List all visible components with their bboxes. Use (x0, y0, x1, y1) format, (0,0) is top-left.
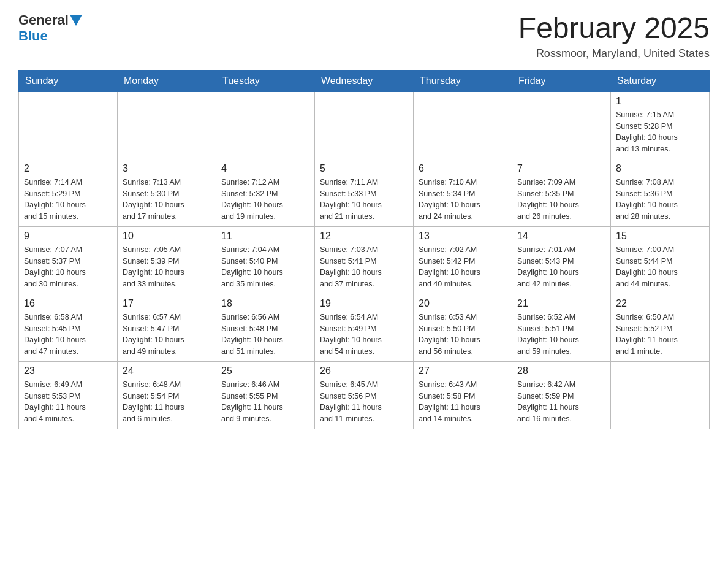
calendar-cell: 25Sunrise: 6:46 AM Sunset: 5:55 PM Dayli… (216, 361, 315, 429)
day-info: Sunrise: 7:07 AM Sunset: 5:37 PM Dayligh… (24, 244, 112, 290)
day-number: 11 (221, 231, 309, 242)
day-info: Sunrise: 7:08 AM Sunset: 5:36 PM Dayligh… (616, 177, 704, 223)
day-number: 28 (517, 366, 605, 377)
day-number: 16 (24, 298, 112, 309)
calendar-cell: 14Sunrise: 7:01 AM Sunset: 5:43 PM Dayli… (512, 226, 611, 294)
day-info: Sunrise: 7:14 AM Sunset: 5:29 PM Dayligh… (24, 177, 112, 223)
calendar-cell: 23Sunrise: 6:49 AM Sunset: 5:53 PM Dayli… (19, 361, 118, 429)
calendar-cell (216, 91, 315, 159)
day-number: 21 (517, 298, 605, 309)
day-of-week-sunday: Sunday (19, 70, 118, 91)
calendar-cell: 18Sunrise: 6:56 AM Sunset: 5:48 PM Dayli… (216, 294, 315, 361)
calendar-cell: 6Sunrise: 7:10 AM Sunset: 5:34 PM Daylig… (414, 159, 512, 226)
month-title: February 2025 (518, 12, 710, 45)
day-number: 5 (320, 163, 408, 174)
calendar-cell (414, 91, 512, 159)
day-info: Sunrise: 7:02 AM Sunset: 5:42 PM Dayligh… (419, 244, 507, 290)
calendar-cell (118, 91, 216, 159)
calendar-cell: 24Sunrise: 6:48 AM Sunset: 5:54 PM Dayli… (118, 361, 216, 429)
page-header: General Blue February 2025 Rossmoor, Mar… (18, 12, 710, 60)
day-number: 19 (320, 298, 408, 309)
day-info: Sunrise: 6:54 AM Sunset: 5:49 PM Dayligh… (320, 312, 408, 358)
day-info: Sunrise: 7:12 AM Sunset: 5:32 PM Dayligh… (221, 177, 309, 223)
day-info: Sunrise: 7:05 AM Sunset: 5:39 PM Dayligh… (123, 244, 211, 290)
day-info: Sunrise: 7:00 AM Sunset: 5:44 PM Dayligh… (616, 244, 704, 290)
calendar-cell: 20Sunrise: 6:53 AM Sunset: 5:50 PM Dayli… (414, 294, 512, 361)
calendar-cell: 22Sunrise: 6:50 AM Sunset: 5:52 PM Dayli… (611, 294, 710, 361)
day-number: 4 (221, 163, 309, 174)
calendar-cell: 17Sunrise: 6:57 AM Sunset: 5:47 PM Dayli… (118, 294, 216, 361)
day-info: Sunrise: 7:15 AM Sunset: 5:28 PM Dayligh… (616, 109, 704, 155)
day-number: 1 (616, 96, 704, 107)
calendar-cell (611, 361, 710, 429)
day-number: 6 (419, 163, 507, 174)
day-number: 7 (517, 163, 605, 174)
day-info: Sunrise: 7:03 AM Sunset: 5:41 PM Dayligh… (320, 244, 408, 290)
day-info: Sunrise: 7:13 AM Sunset: 5:30 PM Dayligh… (123, 177, 211, 223)
calendar-cell: 2Sunrise: 7:14 AM Sunset: 5:29 PM Daylig… (19, 159, 118, 226)
day-number: 13 (419, 231, 507, 242)
calendar-cell (512, 91, 611, 159)
day-info: Sunrise: 6:48 AM Sunset: 5:54 PM Dayligh… (123, 379, 211, 425)
day-number: 9 (24, 231, 112, 242)
day-info: Sunrise: 7:01 AM Sunset: 5:43 PM Dayligh… (517, 244, 605, 290)
day-info: Sunrise: 6:46 AM Sunset: 5:55 PM Dayligh… (221, 379, 309, 425)
logo: General Blue (18, 12, 83, 44)
day-info: Sunrise: 6:42 AM Sunset: 5:59 PM Dayligh… (517, 379, 605, 425)
calendar-cell: 7Sunrise: 7:09 AM Sunset: 5:35 PM Daylig… (512, 159, 611, 226)
calendar-cell: 12Sunrise: 7:03 AM Sunset: 5:41 PM Dayli… (315, 226, 414, 294)
calendar-cell: 5Sunrise: 7:11 AM Sunset: 5:33 PM Daylig… (315, 159, 414, 226)
day-info: Sunrise: 6:58 AM Sunset: 5:45 PM Dayligh… (24, 312, 112, 358)
day-of-week-thursday: Thursday (414, 70, 512, 91)
day-info: Sunrise: 6:52 AM Sunset: 5:51 PM Dayligh… (517, 312, 605, 358)
day-number: 10 (123, 231, 211, 242)
calendar-cell: 28Sunrise: 6:42 AM Sunset: 5:59 PM Dayli… (512, 361, 611, 429)
week-row-1: 1Sunrise: 7:15 AM Sunset: 5:28 PM Daylig… (19, 91, 710, 159)
day-info: Sunrise: 7:10 AM Sunset: 5:34 PM Dayligh… (419, 177, 507, 223)
calendar-table: SundayMondayTuesdayWednesdayThursdayFrid… (18, 70, 710, 429)
week-row-3: 9Sunrise: 7:07 AM Sunset: 5:37 PM Daylig… (19, 226, 710, 294)
calendar-cell: 10Sunrise: 7:05 AM Sunset: 5:39 PM Dayli… (118, 226, 216, 294)
day-of-week-saturday: Saturday (611, 70, 710, 91)
day-number: 27 (419, 366, 507, 377)
title-area: February 2025 Rossmoor, Maryland, United… (518, 12, 710, 60)
calendar-header-row: SundayMondayTuesdayWednesdayThursdayFrid… (19, 70, 710, 91)
day-number: 14 (517, 231, 605, 242)
day-number: 24 (123, 366, 211, 377)
week-row-2: 2Sunrise: 7:14 AM Sunset: 5:29 PM Daylig… (19, 159, 710, 226)
calendar-cell: 21Sunrise: 6:52 AM Sunset: 5:51 PM Dayli… (512, 294, 611, 361)
calendar-cell: 27Sunrise: 6:43 AM Sunset: 5:58 PM Dayli… (414, 361, 512, 429)
day-number: 2 (24, 163, 112, 174)
day-number: 18 (221, 298, 309, 309)
calendar-cell: 15Sunrise: 7:00 AM Sunset: 5:44 PM Dayli… (611, 226, 710, 294)
calendar-cell: 4Sunrise: 7:12 AM Sunset: 5:32 PM Daylig… (216, 159, 315, 226)
calendar-cell: 8Sunrise: 7:08 AM Sunset: 5:36 PM Daylig… (611, 159, 710, 226)
day-info: Sunrise: 6:56 AM Sunset: 5:48 PM Dayligh… (221, 312, 309, 358)
day-number: 25 (221, 366, 309, 377)
calendar-cell: 19Sunrise: 6:54 AM Sunset: 5:49 PM Dayli… (315, 294, 414, 361)
day-number: 22 (616, 298, 704, 309)
calendar-cell (315, 91, 414, 159)
day-number: 8 (616, 163, 704, 174)
logo-general-text: General (18, 12, 69, 28)
calendar-cell (19, 91, 118, 159)
logo-triangle-icon (70, 15, 82, 26)
day-of-week-wednesday: Wednesday (315, 70, 414, 91)
calendar-cell: 11Sunrise: 7:04 AM Sunset: 5:40 PM Dayli… (216, 226, 315, 294)
location: Rossmoor, Maryland, United States (518, 47, 710, 60)
logo-blue-text: Blue (18, 28, 48, 44)
calendar-cell: 1Sunrise: 7:15 AM Sunset: 5:28 PM Daylig… (611, 91, 710, 159)
calendar-cell: 9Sunrise: 7:07 AM Sunset: 5:37 PM Daylig… (19, 226, 118, 294)
day-info: Sunrise: 7:04 AM Sunset: 5:40 PM Dayligh… (221, 244, 309, 290)
day-number: 3 (123, 163, 211, 174)
day-number: 15 (616, 231, 704, 242)
day-info: Sunrise: 7:11 AM Sunset: 5:33 PM Dayligh… (320, 177, 408, 223)
day-info: Sunrise: 6:50 AM Sunset: 5:52 PM Dayligh… (616, 312, 704, 358)
day-info: Sunrise: 6:45 AM Sunset: 5:56 PM Dayligh… (320, 379, 408, 425)
calendar-cell: 13Sunrise: 7:02 AM Sunset: 5:42 PM Dayli… (414, 226, 512, 294)
calendar-cell: 26Sunrise: 6:45 AM Sunset: 5:56 PM Dayli… (315, 361, 414, 429)
week-row-4: 16Sunrise: 6:58 AM Sunset: 5:45 PM Dayli… (19, 294, 710, 361)
week-row-5: 23Sunrise: 6:49 AM Sunset: 5:53 PM Dayli… (19, 361, 710, 429)
day-of-week-friday: Friday (512, 70, 611, 91)
day-info: Sunrise: 6:57 AM Sunset: 5:47 PM Dayligh… (123, 312, 211, 358)
